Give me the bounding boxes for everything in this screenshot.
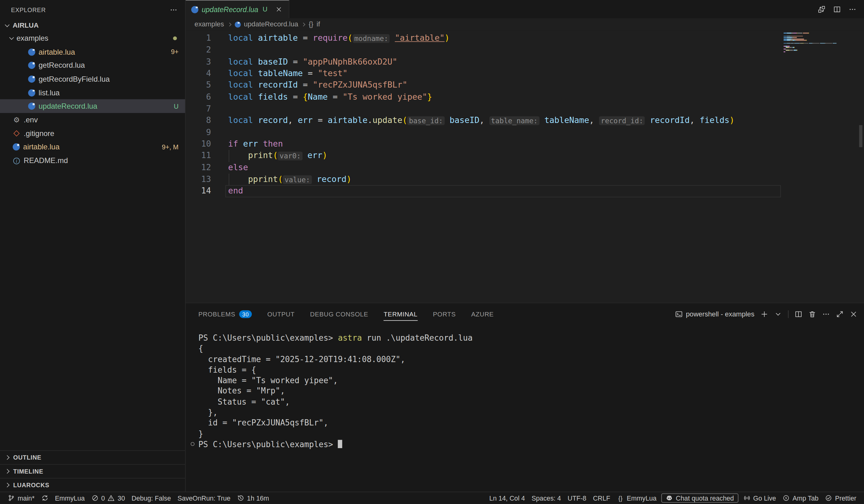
- sidebar-section-luarocks[interactable]: LUAROCKS: [0, 478, 185, 492]
- statusbar-item-eol[interactable]: CRLF: [590, 492, 613, 504]
- panel-tab-terminal[interactable]: TERMINAL: [384, 303, 418, 325]
- code-line[interactable]: 9: [185, 127, 864, 139]
- terminal-instance-selector[interactable]: powershell - examples: [675, 310, 754, 318]
- code-line[interactable]: 7: [185, 103, 864, 115]
- file-item-airtable-lua[interactable]: airtable.lua9+: [0, 45, 185, 59]
- code-line[interactable]: 1local airtable = require(modname: "airt…: [185, 33, 864, 45]
- git-status-badge: U: [174, 103, 179, 110]
- code-line[interactable]: 5local recordId = "recPZxJUNA5qsfBLr": [185, 80, 864, 91]
- terminal-line: Notes = "Mrp",: [199, 386, 864, 397]
- code-text: local tableName = "test": [228, 68, 348, 80]
- gear-icon: ⚙: [13, 116, 21, 123]
- terminal-output[interactable]: PS C:\Users\public\examples> astra run .…: [185, 325, 864, 492]
- breadcrumb-file[interactable]: updateRecord.lua: [244, 21, 298, 28]
- file-item-readme-md[interactable]: README.md: [0, 154, 185, 168]
- statusbar-item-label: 30: [118, 494, 125, 502]
- line-number: 12: [185, 162, 211, 173]
- code-line[interactable]: 3local baseID = "appPuNphBk66oxD2U": [185, 56, 864, 68]
- explorer-sidebar: EXPLORER AIRLUA examplesairtable.lua9+ge…: [0, 0, 185, 492]
- tab-updaterecord-lua[interactable]: updateRecord.lua U: [185, 0, 289, 18]
- panel-tab-ports[interactable]: PORTS: [433, 303, 456, 325]
- line-number: 14: [185, 185, 211, 197]
- git-status-badge: 9+: [171, 48, 179, 56]
- code-line[interactable]: 10if err then: [185, 139, 864, 150]
- code-line[interactable]: 6local fields = {Name = "Ts worked yipee…: [185, 91, 864, 103]
- code-text: local baseID = "appPuNphBk66oxD2U": [228, 56, 397, 68]
- split-editor-icon[interactable]: [833, 5, 841, 13]
- statusbar-item-copilot-status[interactable]: Chat quota reached: [662, 493, 738, 503]
- statusbar-item-prettier[interactable]: Prettier: [822, 492, 860, 504]
- sidebar-section-outline[interactable]: OUTLINE: [0, 450, 185, 464]
- explorer-more-actions-icon[interactable]: [170, 6, 178, 14]
- symbol-braces-icon: {}: [309, 21, 313, 28]
- select-profile-icon[interactable]: [774, 310, 782, 318]
- breadcrumb-folder[interactable]: examples: [195, 21, 224, 28]
- code-line[interactable]: 4local tableName = "test": [185, 68, 864, 80]
- sidebar-section-timeline[interactable]: TIMELINE: [0, 464, 185, 478]
- code-line[interactable]: 11 print(var0: err): [185, 150, 864, 162]
- file-label: getRecord.lua: [38, 61, 85, 70]
- statusbar-item-cursor-position[interactable]: Ln 14, Col 4: [486, 492, 528, 504]
- code-line[interactable]: 12else: [185, 162, 864, 173]
- file-label: README.md: [24, 156, 68, 165]
- code-editor[interactable]: 1local airtable = require(modname: "airt…: [185, 31, 864, 303]
- terminal-cursor: [338, 440, 342, 448]
- close-tab-icon[interactable]: [275, 5, 284, 14]
- panel-tab-label: PORTS: [433, 311, 456, 317]
- panel-tab-output[interactable]: OUTPUT: [267, 303, 295, 325]
- statusbar-item-git-branch[interactable]: main*: [4, 492, 38, 504]
- maximize-panel-icon[interactable]: [836, 310, 844, 318]
- code-line[interactable]: 14end: [185, 185, 864, 197]
- file-item-getrecordbyfield-lua[interactable]: getRecordByField.lua: [0, 72, 185, 86]
- panel-tab-azure[interactable]: AZURE: [471, 303, 494, 325]
- file-item-list-lua[interactable]: list.lua: [0, 86, 185, 99]
- file-item-airtable-lua[interactable]: airtable.lua9+, M: [0, 140, 185, 154]
- file-item-gitignore[interactable]: .gitignore: [0, 127, 185, 140]
- statusbar-item-emmylua-server[interactable]: EmmyLua: [51, 492, 88, 504]
- statusbar-item-sync[interactable]: [38, 492, 51, 504]
- file-item-updaterecord-lua[interactable]: updateRecord.luaU: [0, 99, 185, 113]
- statusbar-item-problems[interactable]: 030: [88, 492, 129, 504]
- more-actions-icon[interactable]: [849, 5, 856, 13]
- sidebar-sections: OUTLINETIMELINELUAROCKS: [0, 450, 185, 492]
- split-terminal-icon[interactable]: [795, 310, 803, 318]
- tab-title: updateRecord.lua: [202, 5, 258, 14]
- lua-file-icon: [28, 75, 35, 83]
- statusbar-item-indentation[interactable]: Spaces: 4: [528, 492, 564, 504]
- panel-tabs: PROBLEMS30OUTPUTDEBUG CONSOLETERMINALPOR…: [199, 303, 509, 325]
- panel-tab-problems[interactable]: PROBLEMS30: [199, 303, 252, 325]
- editor-scrollbar[interactable]: [859, 125, 862, 147]
- code-line[interactable]: 8local record, err = airtable.update(bas…: [185, 115, 864, 127]
- more-actions-icon[interactable]: [822, 310, 830, 318]
- indent-guide: [229, 150, 229, 162]
- file-item-getrecord-lua[interactable]: getRecord.lua: [0, 59, 185, 72]
- file-label: .gitignore: [24, 130, 54, 138]
- statusbar-item-save-on-run[interactable]: SaveOnRun: True: [174, 492, 234, 504]
- chevron-right-icon: [227, 22, 231, 26]
- panel-tab-debug-console[interactable]: DEBUG CONSOLE: [310, 303, 368, 325]
- close-panel-icon[interactable]: [850, 310, 857, 318]
- statusbar-item-amp-tab[interactable]: Amp Tab: [779, 492, 822, 504]
- command-decoration-icon[interactable]: [191, 442, 194, 446]
- new-terminal-icon[interactable]: [760, 310, 768, 318]
- statusbar-item-debug-flag[interactable]: Debug: False: [128, 492, 174, 504]
- file-label: .env: [24, 116, 38, 124]
- file-label: getRecordByField.lua: [38, 75, 110, 83]
- statusbar-item-label: Spaces: 4: [531, 494, 561, 502]
- file-item-env[interactable]: ⚙.env: [0, 113, 185, 127]
- statusbar-item-session-timer[interactable]: 1h 16m: [234, 492, 272, 504]
- kill-terminal-icon[interactable]: [808, 310, 816, 318]
- code-line[interactable]: 2: [185, 45, 864, 56]
- breadcrumb-symbol[interactable]: if: [317, 21, 320, 28]
- open-changes-icon[interactable]: [818, 5, 826, 13]
- section-label: LUAROCKS: [13, 482, 49, 488]
- code-line[interactable]: 13 pprint(value: record): [185, 173, 864, 185]
- file-item-examples[interactable]: examples: [0, 31, 185, 45]
- statusbar-item-label: EmmyLua: [627, 494, 657, 502]
- workspace-root[interactable]: AIRLUA: [0, 19, 185, 31]
- statusbar-item-go-live[interactable]: Go Live: [740, 492, 779, 504]
- statusbar-item-language-mode[interactable]: {}EmmyLua: [613, 492, 660, 504]
- lua-file-icon: [28, 103, 35, 110]
- statusbar-item-encoding[interactable]: UTF-8: [564, 492, 590, 504]
- minimap[interactable]: [783, 33, 836, 52]
